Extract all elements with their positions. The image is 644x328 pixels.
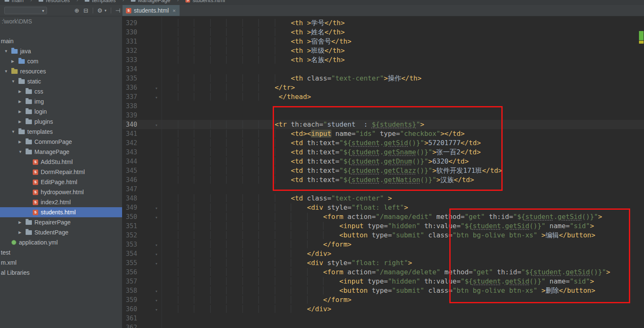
code-line-356[interactable]: 356 <form action="/manage/delete" method… bbox=[123, 268, 644, 277]
code-line-362[interactable]: 362 bbox=[123, 323, 644, 328]
code-line-351[interactable]: 351 <input type="hidden" th:value="${stu… bbox=[123, 221, 644, 231]
tree-item-static[interactable]: ▼static bbox=[0, 76, 122, 86]
tree-item-repairerpage[interactable]: ▶RepairerPage bbox=[0, 217, 122, 227]
tree-item-application-yml[interactable]: application.yml bbox=[0, 237, 122, 247]
chevron-right-icon[interactable]: ▶ bbox=[18, 89, 26, 94]
tab-students-html[interactable]: 5students.html× bbox=[123, 5, 180, 16]
breadcrumb-item-main[interactable]: main bbox=[5, 0, 23, 3]
tree-item-index2-html[interactable]: 5index2.html bbox=[0, 197, 122, 207]
chevron-right-icon[interactable]: ▶ bbox=[18, 140, 26, 144]
chevron-right-icon[interactable]: ▶ bbox=[18, 220, 26, 224]
fold-marker-icon[interactable]: ▾ bbox=[145, 250, 162, 259]
code-line-337[interactable]: 337▾ </thead> bbox=[123, 92, 644, 102]
chevron-down-icon[interactable]: ▼ bbox=[11, 79, 18, 83]
collapse-all-icon[interactable]: ⊟ bbox=[83, 7, 89, 14]
breadcrumb-item-templates[interactable]: templates bbox=[85, 0, 115, 3]
code-line-336[interactable]: 336▾ </tr> bbox=[123, 83, 644, 92]
code-line-358[interactable]: 358▾ <button type="submit" class="btn bg… bbox=[123, 286, 644, 295]
tree-item-java[interactable]: ▼java bbox=[0, 46, 122, 56]
tree-item-templates[interactable]: ▼templates bbox=[0, 127, 122, 137]
settings-gear-icon[interactable]: ⚙ bbox=[97, 7, 103, 14]
code-area[interactable]: 329 <th >学号</th>330 <th >姓名</th>331 <th … bbox=[123, 16, 644, 328]
code-line-348[interactable]: 348 <td class="text-center" > bbox=[123, 194, 644, 203]
chevron-right-icon[interactable]: ▶ bbox=[18, 109, 26, 114]
tree-item-addstu-html[interactable]: 5AddStu.html bbox=[0, 157, 122, 167]
chevron-right-icon[interactable]: ▶ bbox=[11, 59, 18, 63]
code-line-360[interactable]: 360▾ </div> bbox=[123, 305, 644, 314]
code-line-359[interactable]: 359▾ </form> bbox=[123, 295, 644, 305]
editor-pane[interactable]: 329 <th >学号</th>330 <th >姓名</th>331 <th … bbox=[123, 16, 644, 328]
code-line-342[interactable]: 342 <td th:text="${student.getSid()}">57… bbox=[123, 138, 644, 148]
fold-marker-icon[interactable]: ▾ bbox=[145, 204, 162, 213]
code-line-333[interactable]: 333 <th >名族</th> bbox=[123, 55, 644, 65]
fold-marker-icon[interactable]: ▾ bbox=[145, 305, 162, 315]
code-line-341[interactable]: 341 <td><input name="ids" type="checkbox… bbox=[123, 129, 644, 138]
chevron-down-icon[interactable]: ▼ bbox=[18, 150, 26, 154]
tree-item-com[interactable]: ▶com bbox=[0, 56, 122, 66]
stripe-marker-yellow[interactable] bbox=[639, 41, 644, 44]
code-line-338[interactable]: 338 bbox=[123, 102, 644, 111]
tree-item-main[interactable]: main bbox=[0, 36, 122, 46]
fold-marker-icon[interactable]: ▾ bbox=[145, 213, 162, 222]
tree-item-commonpage[interactable]: ▶CommonPage bbox=[0, 137, 122, 147]
code-line-357[interactable]: 357 <input type="hidden" th:value="${stu… bbox=[123, 277, 644, 286]
fold-marker-icon[interactable]: ▾ bbox=[145, 259, 162, 268]
code-line-335[interactable]: 335 <th class="text-center">操作</th> bbox=[123, 74, 644, 83]
code-line-329[interactable]: 329 <th >学号</th> bbox=[123, 18, 644, 28]
code-line-361[interactable]: 361 bbox=[123, 314, 644, 323]
code-line-353[interactable]: 353▾ </form> bbox=[123, 240, 644, 249]
code-line-331[interactable]: 331 <th >宿舍号</th> bbox=[123, 37, 644, 46]
tree-item-img[interactable]: ▶img bbox=[0, 96, 122, 107]
tree-item-studentpage[interactable]: ▶StudentPage bbox=[0, 227, 122, 237]
breadcrumb-item-managepage[interactable]: ManagePage bbox=[131, 0, 170, 3]
tree-item-css[interactable]: ▶css bbox=[0, 86, 122, 96]
code-line-330[interactable]: 330 <th >姓名</th> bbox=[123, 28, 644, 37]
fold-marker-icon[interactable]: ▾ bbox=[145, 287, 162, 296]
code-line-347[interactable]: 347 bbox=[123, 185, 644, 194]
code-line-334[interactable]: 334 bbox=[123, 65, 644, 74]
breadcrumb-item-students-html[interactable]: 5students.html bbox=[185, 0, 225, 3]
chevron-right-icon[interactable]: ▶ bbox=[18, 120, 26, 124]
code-line-339[interactable]: 339 bbox=[123, 111, 644, 120]
stripe-marker-green[interactable] bbox=[639, 31, 644, 40]
fold-marker-icon[interactable]: ▾ bbox=[145, 121, 162, 130]
tree-item-login[interactable]: ▶login bbox=[0, 107, 122, 117]
code-line-354[interactable]: 354▾ </div> bbox=[123, 249, 644, 258]
project-selector[interactable]: ▾ bbox=[4, 7, 47, 14]
fold-marker-icon[interactable]: ▾ bbox=[145, 84, 162, 93]
code-line-352[interactable]: 352 <button type="submit" class="btn bg-… bbox=[123, 231, 644, 240]
tree-item-m-xml[interactable]: m.xml bbox=[0, 258, 122, 268]
code-line-344[interactable]: 344 <td th:text="${student.getDnum()}">6… bbox=[123, 157, 644, 166]
tree-item-plugins[interactable]: ▶plugins bbox=[0, 117, 122, 127]
chevron-down-icon[interactable]: ▼ bbox=[4, 69, 11, 73]
close-icon[interactable]: × bbox=[172, 8, 176, 14]
settings-caret-icon[interactable]: ▾ bbox=[104, 8, 107, 13]
fold-marker-icon[interactable]: ▾ bbox=[145, 93, 162, 102]
tree-item-hydropower-html[interactable]: 5hydropower.html bbox=[0, 187, 122, 197]
chevron-right-icon[interactable]: ▶ bbox=[18, 99, 26, 104]
code-line-340[interactable]: 340▾ <tr th:each="student : ${students}"… bbox=[123, 120, 644, 129]
code-line-345[interactable]: 345 <td th:text="${student.getClazz()}">… bbox=[123, 166, 644, 175]
tree-item-editpage-html[interactable]: 5EditPage.html bbox=[0, 177, 122, 187]
tree-item-students-html[interactable]: 5students.html bbox=[0, 207, 122, 217]
code-line-343[interactable]: 343 <td th:text="${student.getSname()}">… bbox=[123, 148, 644, 157]
tree-item-dormrepair-html[interactable]: 5DormRepair.html bbox=[0, 167, 122, 177]
tree-item-al-libraries[interactable]: al Libraries bbox=[0, 268, 122, 278]
chevron-right-icon[interactable]: ▶ bbox=[18, 230, 26, 234]
code-line-355[interactable]: 355▾ <div style="float: right"> bbox=[123, 258, 644, 268]
tree-item-test[interactable]: test bbox=[0, 247, 122, 258]
chevron-down-icon[interactable]: ▼ bbox=[4, 49, 11, 53]
code-line-349[interactable]: 349▾ <div style="float: left"> bbox=[123, 203, 644, 212]
breadcrumb-item-resources[interactable]: resources bbox=[39, 0, 70, 3]
fold-marker-icon[interactable]: ▾ bbox=[145, 241, 162, 250]
hide-panel-icon[interactable]: ⊣ bbox=[115, 7, 120, 14]
chevron-down-icon[interactable]: ▼ bbox=[11, 130, 18, 134]
code-line-332[interactable]: 332 <th >班级</th> bbox=[123, 46, 644, 55]
tree-item-resources[interactable]: ▼resources bbox=[0, 66, 122, 76]
project-root[interactable]: :\work\DMS bbox=[0, 16, 122, 26]
locate-icon[interactable]: ⊕ bbox=[74, 7, 79, 14]
tree-item-managepage[interactable]: ▼ManagePage bbox=[0, 147, 122, 157]
code-line-350[interactable]: 350▾ <form action="/manage/edit" method=… bbox=[123, 212, 644, 221]
fold-marker-icon[interactable]: ▾ bbox=[145, 296, 162, 305]
code-line-346[interactable]: 346 <td th:text="${student.getNation()}"… bbox=[123, 175, 644, 185]
